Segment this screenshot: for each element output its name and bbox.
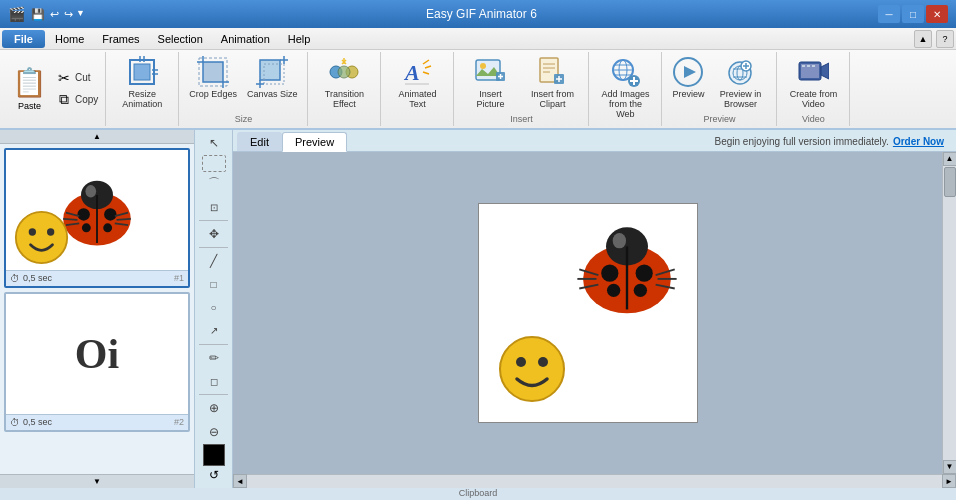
- svg-point-86: [601, 264, 618, 281]
- svg-point-70: [104, 208, 116, 220]
- close-button[interactable]: ✕: [926, 5, 948, 23]
- dotted-select-button[interactable]: [202, 155, 226, 172]
- undo-icon[interactable]: ↩: [48, 8, 61, 21]
- scrollbar-up-btn[interactable]: ▲: [943, 152, 957, 166]
- circle-button[interactable]: ○: [200, 297, 228, 319]
- maximize-button[interactable]: □: [902, 5, 924, 23]
- svg-line-77: [117, 219, 131, 220]
- svg-point-20: [338, 66, 350, 78]
- paste-button[interactable]: 📋 Paste: [8, 54, 51, 124]
- canvas-ladybug: [567, 214, 687, 319]
- h-scrollbar-left-btn[interactable]: ◄: [233, 474, 247, 488]
- svg-point-69: [77, 208, 89, 220]
- frame-info-left-1: ⏱ 0,5 sec: [10, 273, 52, 284]
- create-video-icon: [797, 56, 829, 88]
- status-message: Begin enjoying full version immediately.: [715, 136, 889, 147]
- svg-point-79: [16, 212, 67, 263]
- cut-button[interactable]: ✂ Cut: [53, 68, 101, 88]
- video-label: Video: [802, 114, 825, 124]
- add-images-web-items: Add Images from the Web: [595, 54, 655, 124]
- insert-clipart-button[interactable]: Insert from Clipart: [522, 54, 582, 112]
- line-button[interactable]: ╱: [200, 250, 228, 272]
- move-button[interactable]: ✥: [200, 223, 228, 245]
- cut-label: Cut: [75, 72, 91, 83]
- add-images-web-button[interactable]: Add Images from the Web: [595, 54, 655, 122]
- vertical-scrollbar[interactable]: ▲ ▼: [942, 152, 956, 474]
- horizontal-scrollbar: ◄ ►: [233, 474, 956, 488]
- menu-bar-right: ▲ ?: [914, 30, 954, 48]
- scrollbar-thumb[interactable]: [944, 167, 956, 197]
- video-items: Create from Video: [783, 54, 843, 112]
- insert-group: Insert Picture Insert from Clipart: [454, 52, 589, 126]
- shape-button[interactable]: □: [200, 273, 228, 295]
- frame-item-2[interactable]: Oi ⏱ 0,5 sec #2: [4, 292, 190, 432]
- menu-nav-up[interactable]: ▲: [914, 30, 932, 48]
- left-toolbar: ↖ ⌒ ⊡ ✥ ╱ □ ○ ↗ ✏ ◻ ⊕ ⊖ ↺: [195, 130, 233, 488]
- clipboard-group: 📋 Paste ✂ Cut ⧉ Copy Clipboard: [4, 52, 106, 126]
- svg-point-71: [82, 223, 91, 232]
- menu-bar-left: File Home Frames Selection Animation Hel…: [2, 30, 318, 48]
- add-images-web-icon: [609, 56, 641, 88]
- save-icon[interactable]: 💾: [29, 8, 47, 21]
- preview-browser-button[interactable]: Preview in Browser: [710, 54, 770, 112]
- size-group: Crop Edges Canvas Size Size: [179, 52, 308, 126]
- create-video-button[interactable]: Create from Video: [783, 54, 843, 112]
- color-rotate-icon[interactable]: ↺: [209, 468, 219, 482]
- window-title: Easy GIF Animator 6: [426, 7, 537, 21]
- insert-picture-label: Insert Picture: [464, 90, 516, 110]
- frame-number-2: #2: [174, 417, 184, 427]
- animated-text-items: A Animated Text: [387, 54, 447, 124]
- resize-animation-button[interactable]: Resize Animation: [112, 54, 172, 112]
- transition-effect-button[interactable]: Transition Effect: [314, 54, 374, 112]
- home-menu[interactable]: Home: [47, 30, 92, 48]
- frame-scroll-down[interactable]: ▼: [0, 474, 194, 488]
- crop-edges-button[interactable]: Crop Edges: [185, 54, 241, 102]
- order-now-link[interactable]: Order Now: [893, 136, 944, 147]
- svg-point-30: [480, 63, 486, 69]
- transform-button[interactable]: ⊡: [200, 196, 228, 218]
- frame-scroll-up[interactable]: ▲: [0, 130, 194, 144]
- svg-point-89: [633, 283, 646, 296]
- redo-icon[interactable]: ↪: [62, 8, 75, 21]
- add-images-web-label: Add Images from the Web: [599, 90, 651, 120]
- minimize-button[interactable]: ─: [878, 5, 900, 23]
- help-menu[interactable]: Help: [280, 30, 319, 48]
- primary-color-swatch[interactable]: [203, 444, 225, 466]
- copy-button[interactable]: ⧉ Copy: [53, 90, 101, 110]
- crop-edges-icon: [197, 56, 229, 88]
- insert-picture-icon: [474, 56, 506, 88]
- eraser-button[interactable]: ◻: [200, 370, 228, 392]
- edit-tab[interactable]: Edit: [237, 132, 282, 151]
- zoom-out-button[interactable]: ⊖: [200, 421, 228, 443]
- preview-label-group: Preview: [703, 114, 735, 124]
- h-scrollbar-right-btn[interactable]: ►: [942, 474, 956, 488]
- zoom-in-button[interactable]: ⊕: [200, 397, 228, 419]
- app-icon: 🎬: [8, 6, 25, 22]
- crop-edges-label: Crop Edges: [189, 90, 237, 100]
- svg-line-28: [423, 72, 429, 74]
- insert-picture-button[interactable]: Insert Picture: [460, 54, 520, 112]
- insert-items: Insert Picture Insert from Clipart: [460, 54, 582, 112]
- menu-nav-down[interactable]: ?: [936, 30, 954, 48]
- canvas-size-button[interactable]: Canvas Size: [243, 54, 302, 102]
- lasso-button[interactable]: ⌒: [200, 173, 228, 195]
- frame-panel: ▲: [0, 130, 195, 488]
- pencil-button[interactable]: ✏: [200, 347, 228, 369]
- file-menu[interactable]: File: [2, 30, 45, 48]
- preview-button[interactable]: Preview: [668, 54, 708, 102]
- clock-icon-2: ⏱: [10, 417, 20, 428]
- svg-point-97: [516, 357, 526, 367]
- arrow-button[interactable]: ↗: [200, 320, 228, 342]
- svg-line-26: [423, 60, 429, 64]
- window-controls[interactable]: ─ □ ✕: [878, 5, 948, 23]
- selection-menu[interactable]: Selection: [150, 30, 211, 48]
- animated-text-button[interactable]: A Animated Text: [387, 54, 447, 112]
- scrollbar-down-btn[interactable]: ▼: [943, 460, 957, 474]
- select-tool-button[interactable]: ↖: [200, 132, 228, 154]
- animation-menu[interactable]: Animation: [213, 30, 278, 48]
- frames-menu[interactable]: Frames: [94, 30, 147, 48]
- preview-tab[interactable]: Preview: [282, 132, 347, 152]
- size-label: Size: [235, 114, 253, 124]
- dropdown-icon[interactable]: ▼: [76, 8, 85, 21]
- frame-item[interactable]: ⏱ 0,5 sec #1: [4, 148, 190, 288]
